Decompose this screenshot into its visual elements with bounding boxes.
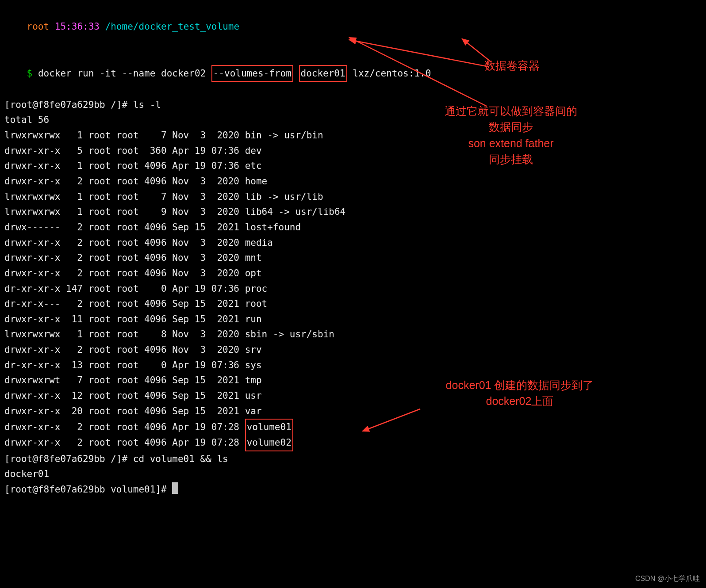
volume-row-1: drwxr-xr-x 2 root root 4096 Apr 19 07:28… xyxy=(4,419,293,435)
listing-row: drwxr-xr-x 2 root root 4096 Nov 3 2020 h… xyxy=(4,174,702,189)
prompt-header: root 15:36:33 /home/docker_test_volume xyxy=(4,4,702,50)
listing-row: dr-xr-x--- 2 root root 4096 Sep 15 2021 … xyxy=(4,296,702,312)
time: 15:36:33 xyxy=(55,21,100,32)
listing-row: lrwxrwxrwx 1 root root 9 Nov 3 2020 lib6… xyxy=(4,204,702,220)
docker-run-command: $ docker run -it --name docker02 --volum… xyxy=(4,50,702,97)
source-container: docker01 xyxy=(299,65,347,82)
listing-row: lrwxrwxrwx 1 root root 7 Nov 3 2020 lib … xyxy=(4,189,702,205)
annotation-docker01-sync: docker01 创建的数据同步到了 docker02上面 xyxy=(416,377,624,409)
user: root xyxy=(27,21,50,32)
volume01-name: volume01 xyxy=(245,419,293,435)
cursor-icon xyxy=(172,482,178,494)
cd-command: [root@f8fe07a629bb /]# cd volume01 && ls xyxy=(4,451,702,467)
listing-row: lrwxrwxrwx 1 root root 8 Nov 3 2020 sbin… xyxy=(4,327,702,342)
annotation-sync-explain: 通过它就可以做到容器间的 数据同步 son extend father 同步挂载 xyxy=(416,103,606,167)
volume-row-2: drwxr-xr-x 2 root root 4096 Apr 19 07:28… xyxy=(4,435,293,451)
listing-row: drwxr-xr-x 2 root root 4096 Nov 3 2020 s… xyxy=(4,342,702,358)
listing-row: drwxr-xr-x 11 root root 4096 Sep 15 2021… xyxy=(4,312,702,327)
terminal-output: root 15:36:33 /home/docker_test_volume $… xyxy=(4,4,702,497)
listing-row: dr-xr-xr-x 147 root root 0 Apr 19 07:36 … xyxy=(4,281,702,297)
final-prompt[interactable]: [root@f8fe07a629bb volume01]# xyxy=(4,482,702,497)
volume-box: drwxr-xr-x 2 root root 4096 Apr 19 07:28… xyxy=(4,419,293,451)
listing-row: drwx------ 2 root root 4096 Sep 15 2021 … xyxy=(4,220,702,235)
annotation-data-volume-container: 数据卷容器 xyxy=(484,57,540,73)
volumes-from-flag: --volumes-from xyxy=(211,65,293,82)
path: /home/docker_test_volume xyxy=(105,21,239,32)
cd-output: docker01 xyxy=(4,466,702,482)
listing-row: drwxr-xr-x 2 root root 4096 Nov 3 2020 m… xyxy=(4,250,702,266)
listing-row: dr-xr-xr-x 13 root root 0 Apr 19 07:36 s… xyxy=(4,358,702,373)
listing-row: drwxr-xr-x 2 root root 4096 Nov 3 2020 o… xyxy=(4,266,702,281)
watermark: CSDN @小七学爪哇 xyxy=(635,573,700,584)
prompt-symbol: $ xyxy=(27,68,33,79)
listing-row: drwxr-xr-x 2 root root 4096 Nov 3 2020 m… xyxy=(4,235,702,251)
volume02-name: volume02 xyxy=(245,435,293,451)
